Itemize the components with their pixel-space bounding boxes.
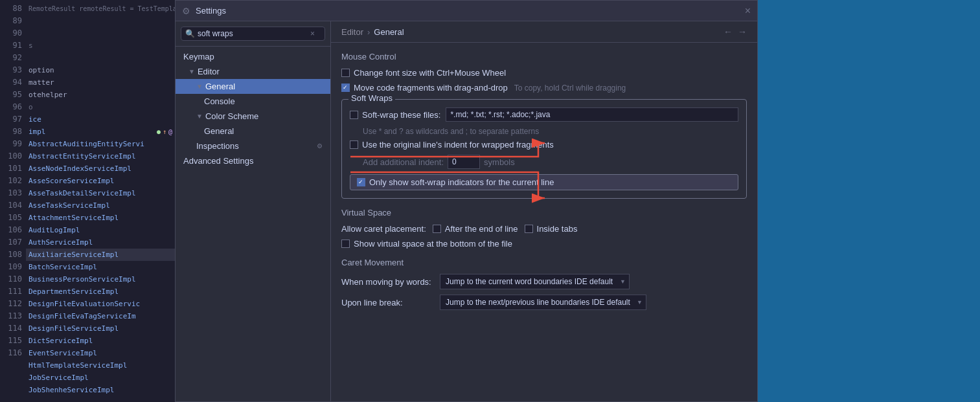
font-size-checkbox[interactable]	[341, 69, 350, 77]
code-panel: 88 89 90 91 92 93 94 95 96 97 98 99 100 …	[0, 0, 175, 402]
original-indent-label: Use the original line's indent for wrapp…	[362, 140, 554, 150]
soft-wrap-hint: Use * and ? as wildcards and ; to separa…	[350, 127, 738, 136]
chevron-down-icon: ▼	[188, 68, 195, 75]
upon-line-break-label: Upon line break:	[341, 298, 432, 307]
inside-tabs-checkbox[interactable]	[525, 225, 533, 233]
sidebar-item-label: Keymap	[183, 52, 214, 61]
dialog-titlebar: ⚙ Settings ×	[176, 1, 757, 21]
content-header: Editor › General ← →	[331, 21, 757, 43]
settings-icon: ⚙	[182, 6, 190, 16]
additional-indent-label: Add additional indent:	[363, 157, 444, 167]
upon-line-break-select-wrap: Jump to the next/previous line boundarie…	[440, 295, 646, 310]
sidebar-item-label: Editor	[198, 67, 220, 76]
upon-line-break-select[interactable]: Jump to the next/previous line boundarie…	[440, 295, 646, 310]
sidebar-item-label: General	[205, 82, 235, 91]
breadcrumb: Editor › General	[341, 27, 404, 37]
file-pattern-input[interactable]	[446, 107, 738, 122]
font-size-label: Change font size with Ctrl+Mouse Wheel	[354, 68, 506, 78]
allow-caret-label: Allow caret placement:	[341, 224, 426, 234]
show-virtual-checkbox-wrap: Show virtual space at the bottom of the …	[341, 239, 512, 249]
drag-drop-checkbox[interactable]	[341, 84, 350, 92]
original-indent-row: Use the original line's indent for wrapp…	[350, 140, 738, 150]
font-size-option: Change font size with Ctrl+Mouse Wheel	[341, 68, 747, 78]
code-content: RemoteResult remoteResult = TestTemplate…	[26, 0, 175, 396]
search-input[interactable]	[198, 29, 308, 38]
drag-drop-checkbox-wrap: Move code fragments with drag-and-drop T…	[341, 83, 626, 93]
mouse-control-title: Mouse Control	[341, 52, 747, 61]
soft-wraps-section: Soft Wraps Soft-wrap these files: Use * …	[341, 99, 747, 199]
virtual-space-title: Virtual Space	[341, 208, 747, 218]
original-indent-checkbox[interactable]	[350, 140, 358, 149]
sidebar-item-label: Color Scheme	[205, 111, 258, 121]
soft-wrap-files-checkbox-wrap: Soft-wrap these files:	[350, 110, 440, 120]
chevron-down-icon: ▼	[196, 83, 203, 90]
virtual-space-section: Virtual Space Allow caret placement: Aft…	[341, 208, 747, 249]
dialog-title: Settings	[196, 6, 226, 16]
sidebar-item-color-scheme-general[interactable]: General	[176, 124, 330, 139]
sidebar-item-editor[interactable]: ▼ Editor	[176, 64, 330, 79]
breadcrumb-current: General	[374, 27, 404, 37]
additional-indent-row: Add additional indent: symbols	[350, 155, 738, 169]
breadcrumb-separator: ›	[367, 27, 370, 37]
badge-green: ●	[157, 126, 161, 138]
moving-by-words-label: When moving by words:	[341, 277, 432, 287]
inside-tabs-label: Inside tabs	[537, 224, 578, 234]
forward-button[interactable]: →	[738, 27, 747, 37]
search-box: 🔍 ×	[176, 21, 330, 47]
sidebar-item-keymap[interactable]: Keymap	[176, 49, 330, 64]
sidebar: 🔍 × Keymap ▼ Editor ▼ General C	[176, 21, 331, 401]
moving-by-words-select[interactable]: Jump to the current word boundaries IDE …	[440, 274, 630, 289]
dialog-body: 🔍 × Keymap ▼ Editor ▼ General C	[176, 21, 757, 401]
soft-wrap-files-checkbox[interactable]	[350, 111, 358, 119]
show-virtual-checkbox[interactable]	[341, 240, 350, 248]
font-size-checkbox-wrap: Change font size with Ctrl+Mouse Wheel	[341, 68, 506, 78]
after-end-label: After the end of line	[445, 224, 518, 234]
settings-dialog: ⚙ Settings × 🔍 × Keymap ▼ Editor	[175, 0, 758, 402]
show-virtual-label: Show virtual space at the bottom of the …	[354, 239, 512, 249]
moving-by-words-select-wrap: Jump to the current word boundaries IDE …	[440, 274, 630, 289]
show-virtual-row: Show virtual space at the bottom of the …	[341, 239, 747, 249]
badge-orange: ↑	[163, 126, 166, 138]
inside-tabs-wrap: Inside tabs	[525, 224, 578, 234]
chevron-right-icon: ▼	[196, 113, 203, 120]
sidebar-item-label: Console	[204, 96, 235, 106]
breadcrumb-parent: Editor	[341, 27, 363, 37]
drag-drop-option: Move code fragments with drag-and-drop T…	[341, 83, 747, 93]
moving-by-words-row: When moving by words: Jump to the curren…	[341, 274, 747, 289]
soft-wraps-label: Soft Wraps	[348, 93, 395, 103]
close-button[interactable]: ×	[745, 6, 751, 16]
symbols-label: symbols	[484, 157, 515, 167]
caret-movement-section: Caret Movement When moving by words: Jum…	[341, 258, 747, 310]
line-numbers: 88 89 90 91 92 93 94 95 96 97 98 99 100 …	[0, 0, 26, 402]
indicator-checkbox[interactable]	[357, 178, 365, 186]
after-end-checkbox[interactable]	[433, 225, 441, 233]
caret-movement-title: Caret Movement	[341, 258, 747, 267]
original-indent-checkbox-wrap: Use the original line's indent for wrapp…	[350, 140, 554, 150]
back-button[interactable]: ←	[724, 27, 733, 37]
nav-arrows: ← →	[724, 27, 747, 37]
drag-drop-label: Move code fragments with drag-and-drop	[354, 83, 508, 93]
gutter-icon: ⚙	[317, 142, 323, 150]
sidebar-item-label: Advanced Settings	[183, 156, 253, 166]
sidebar-item-label: General	[204, 126, 234, 136]
sidebar-item-inspections[interactable]: Inspections ⚙	[176, 139, 330, 153]
upon-line-break-row: Upon line break: Jump to the next/previo…	[341, 295, 747, 310]
soft-wrap-files-row: Soft-wrap these files:	[350, 107, 738, 122]
search-icon: 🔍	[185, 29, 195, 38]
sidebar-item-advanced-settings[interactable]: Advanced Settings	[176, 153, 330, 168]
sidebar-item-label: Inspections	[196, 141, 239, 151]
sidebar-item-color-scheme[interactable]: ▼ Color Scheme	[176, 109, 330, 124]
content-body: Mouse Control Change font size with Ctrl…	[331, 43, 757, 324]
indicator-label: Only show soft-wrap indicators for the c…	[369, 177, 554, 187]
sidebar-item-console[interactable]: Console	[176, 94, 330, 109]
clear-search-button[interactable]: ×	[310, 29, 315, 38]
additional-indent-input[interactable]	[448, 155, 480, 169]
badge-purple: @	[168, 126, 172, 138]
sidebar-item-general[interactable]: ▼ General	[176, 79, 330, 94]
soft-wrap-files-label: Soft-wrap these files:	[362, 110, 440, 120]
sidebar-nav: Keymap ▼ Editor ▼ General Console ▼ Colo…	[176, 47, 330, 401]
main-content: Editor › General ← → Mouse Control Chang…	[331, 21, 757, 401]
indicator-button[interactable]: Only show soft-wrap indicators for the c…	[350, 174, 738, 190]
allow-caret-row: Allow caret placement: After the end of …	[341, 224, 747, 234]
search-input-wrap: 🔍 ×	[181, 27, 325, 41]
